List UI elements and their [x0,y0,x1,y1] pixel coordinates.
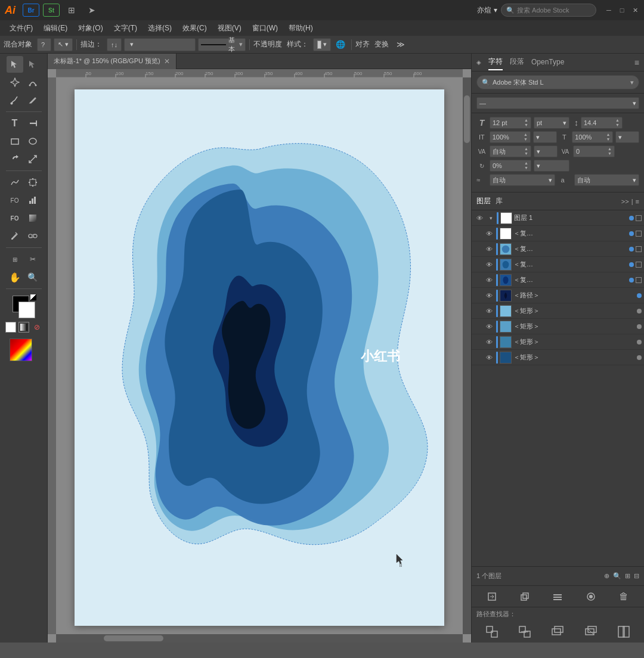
h-scale-stepper[interactable]: ▲▼ [606,132,610,141]
search-layer-btn[interactable]: 🔍 [613,572,621,580]
close-tab-btn[interactable]: ✕ [164,57,170,66]
menu-file[interactable]: 文件(F) [5,22,38,35]
panel-menu-btn[interactable]: ≡ [634,58,639,67]
layer-item-rect4[interactable]: 👁 ＜矩形＞ [472,350,644,365]
path-exclude-btn[interactable] [583,625,599,639]
v-scale-stepper[interactable]: ▲▼ [524,132,528,141]
panel-collapse-btn[interactable]: ◈ [476,59,481,66]
tab-character[interactable]: 字符 [488,54,503,70]
menu-window[interactable]: 窗口(W) [247,22,283,35]
question-btn[interactable]: ? [37,38,51,51]
rect4-vis-btn[interactable]: 👁 [484,352,494,363]
rotate-tool[interactable] [7,151,23,167]
menu-btn[interactable]: ≡ [636,198,639,205]
menu-type[interactable]: 文字(T) [109,22,142,35]
font-search-field[interactable]: 🔍 Adobe 宋体 Std L ▾ [476,75,639,89]
none-btn[interactable]: ⊘ [32,322,42,333]
globe-btn[interactable]: 🌐 [333,38,348,51]
pencil-tool[interactable] [24,92,41,108]
rect2-vis-btn[interactable]: 👁 [484,321,494,332]
layer-item-copy3[interactable]: 👁 ＜复… [472,257,644,272]
free-transform-tool[interactable] [24,174,41,191]
mesh-tool[interactable]: FO [7,210,23,226]
font-size-input[interactable]: 12 pt ▲▼ [490,117,531,129]
layer-item-path1[interactable]: 👁 ＜路径＞ [472,288,644,303]
delete-layer-btn[interactable]: 🗑 [615,589,632,604]
main-swatch[interactable] [10,339,32,361]
select-tool[interactable] [7,56,23,73]
v-scrollbar-thumb[interactable] [464,95,470,143]
graph-tool[interactable] [24,192,41,209]
tab-opentype[interactable]: OpenType [531,55,564,70]
merge-btn[interactable]: ⊟ [634,572,639,580]
rect1-vis-btn[interactable]: 👁 [484,306,494,316]
layer-item-copy2[interactable]: 👁 ＜复… [472,241,644,257]
more-options-btn[interactable]: ≫ [394,38,408,51]
gradient-tool[interactable] [24,210,41,226]
kerning-unit[interactable]: ▾ [534,145,558,157]
font-variant-dropdown[interactable]: — ▾ [476,97,639,109]
rotation-stepper[interactable]: ▲▼ [524,161,528,170]
menu-object[interactable]: 对象(O) [73,22,107,35]
make-sublayer-btn[interactable] [549,589,566,604]
expand-btn[interactable]: >> [621,198,629,205]
tracking-stepper[interactable]: ▲▼ [608,147,612,156]
swap-colors-btn[interactable] [30,294,36,300]
copy4-vis-btn[interactable]: 👁 [484,275,494,285]
rotation-input[interactable]: 0% ▲▼ [490,160,531,172]
h-scale-unit[interactable]: ▾ [615,131,639,143]
bridge-icon[interactable]: Br [23,4,39,17]
layer-item-layer1[interactable]: 👁 ▾ 图层 1 [472,210,644,226]
layer-item-copy1[interactable]: 👁 ＜复… [472,226,644,241]
leading-input[interactable]: 14.4 ▲▼ [581,117,623,129]
stroke-value-btn[interactable]: ↑↓ [107,38,122,51]
collect-btn[interactable] [583,589,599,604]
artboard-container[interactable]: 小红书 ⠿ [56,77,463,634]
minimize-btn[interactable]: ─ [605,6,613,14]
stock-search-box[interactable]: 🔍 搜索 Adobe Stock [501,4,596,17]
tab-library[interactable]: 库 [496,196,503,206]
path-minus-back-btn[interactable] [615,625,632,639]
workspace-selector[interactable]: 亦煊 ▾ [477,5,497,15]
auto-dropdown2[interactable]: 自动 ▾ [574,174,640,186]
menu-help[interactable]: 帮助(H) [284,22,318,35]
copy2-vis-btn[interactable]: 👁 [484,244,494,254]
layer-item-copy4[interactable]: 👁 ＜复… [472,272,644,288]
blend-tool[interactable] [24,228,41,244]
layer1-expand-btn[interactable]: ▾ [487,214,495,222]
duplicate-btn[interactable] [516,589,533,604]
tab-paragraph[interactable]: 段落 [510,54,524,70]
h-scrollbar[interactable] [56,634,463,643]
fill-color-btn[interactable]: ▾ [313,38,331,51]
slice-tool[interactable]: ✂ [24,251,41,268]
layer-item-rect3[interactable]: 👁 ＜矩形＞ [472,334,644,350]
scale-tool[interactable] [24,151,41,167]
share-btn[interactable]: ➤ [83,4,100,17]
fill-swatch-main[interactable] [18,302,35,318]
leading-stepper[interactable]: ▲▼ [615,118,620,127]
close-btn[interactable]: ✕ [631,6,639,14]
pen-tool[interactable] [7,74,23,91]
rotation-unit[interactable]: ▾ [534,160,569,172]
workspace-grid-btn[interactable]: ⊞ [63,4,80,17]
hand-tool[interactable]: ✋ [7,269,23,285]
menu-effect[interactable]: 效果(C) [178,22,212,35]
menu-view[interactable]: 视图(V) [213,22,246,35]
paintbrush-tool[interactable] [7,92,23,108]
auto-dropdown1[interactable]: 自动 ▾ [490,174,555,186]
layer-item-rect2[interactable]: 👁 ＜矩形＞ [472,319,644,334]
tab-layers[interactable]: 图层 [476,196,491,206]
warp-tool[interactable] [7,174,23,191]
canvas-tab[interactable]: 未标题-1* @ 150% (RGB/GPU 预览) ✕ [48,54,177,69]
v-scale-input[interactable]: 100% ▲▼ [490,131,531,143]
h-scale-input[interactable]: 100% ▲▼ [572,131,613,143]
copy1-vis-btn[interactable]: 👁 [484,228,494,239]
kerning-input[interactable]: 自动 ▲▼ [490,145,531,157]
menu-edit[interactable]: 编辑(E) [39,22,72,35]
path1-vis-btn[interactable]: 👁 [484,290,494,301]
v-scale-unit[interactable]: ▾ [533,131,557,143]
filter-btn[interactable]: ⊞ [625,572,630,580]
tracking-input[interactable]: 0 ▲▼ [573,145,615,157]
vertical-type-tool[interactable]: T [24,115,41,132]
fill-color-btn-2[interactable] [5,322,16,333]
